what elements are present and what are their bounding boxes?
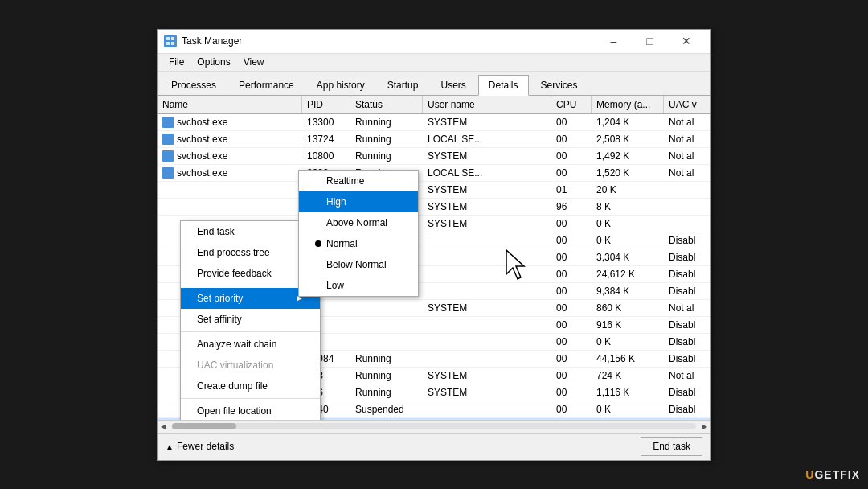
cell-uac: Not al (664, 368, 708, 384)
scroll-left-icon[interactable]: ◀ (158, 421, 169, 432)
tab-processes[interactable]: Processes (161, 75, 227, 95)
tab-app-history[interactable]: App history (306, 75, 375, 95)
menu-file[interactable]: File (162, 55, 190, 69)
tab-services[interactable]: Services (530, 75, 588, 95)
tab-performance[interactable]: Performance (228, 75, 305, 95)
watermark-u: U (805, 468, 814, 481)
task-manager-window: Task Manager – □ ✕ File Options View Pro… (157, 29, 711, 461)
cell-user: NETWORK... (423, 418, 551, 420)
sub-realtime[interactable]: Realtime (299, 171, 418, 191)
cell-cpu: 00 (551, 317, 592, 333)
priority-submenu: Realtime High Above Normal Normal Below … (298, 170, 419, 297)
window-controls: – □ ✕ (596, 29, 704, 53)
menu-options[interactable]: Options (190, 55, 236, 69)
minimize-button[interactable]: – (596, 29, 632, 53)
col-memory[interactable]: Memory (a... (592, 96, 664, 113)
cell-status: Running (350, 114, 423, 130)
cell-uac: Disabl (664, 401, 708, 417)
tab-users[interactable]: Users (430, 75, 476, 95)
cell-uac: Disabl (664, 232, 708, 249)
cell-name: svchost.exe (158, 131, 302, 147)
cell-uac: Disabl (664, 283, 708, 299)
cell-user: SYSTEM (423, 182, 551, 198)
sub-above-normal[interactable]: Above Normal (299, 212, 418, 233)
tab-bar: Processes Performance App history Startu… (158, 72, 710, 96)
col-pid[interactable]: PID (302, 96, 350, 113)
col-uac[interactable]: UAC v (664, 96, 708, 113)
cell-uac: Disabl (664, 351, 708, 367)
cell-uac: Disabl (664, 384, 708, 401)
cell-uac: Disabl (664, 334, 708, 350)
table-row[interactable]: Running SYSTEM 96 8 K (158, 199, 710, 216)
bottom-bar: ▲ Fewer details End task (158, 433, 710, 460)
cell-status: Running (350, 418, 423, 420)
table-row[interactable]: svchost.exe 10800 Running SYSTEM 00 1,49… (158, 148, 710, 165)
cell-cpu: 00 (551, 401, 592, 417)
cell-uac: Not al (664, 114, 708, 130)
scroll-thumb[interactable] (172, 423, 236, 429)
sub-high[interactable]: High (299, 191, 418, 212)
ctx-analyze-wait[interactable]: Analyze wait chain (181, 334, 320, 355)
sub-below-normal[interactable]: Below Normal (299, 254, 418, 275)
cell-status: Running (350, 351, 423, 367)
cell-user: SYSTEM (423, 199, 551, 215)
table-row[interactable]: Running SYSTEM 01 20 K (158, 182, 710, 199)
sub-normal[interactable]: Normal (299, 233, 418, 254)
cell-cpu: 00 (551, 148, 592, 164)
cell-cpu: 00 (551, 114, 592, 130)
col-cpu[interactable]: CPU (551, 96, 592, 113)
maximize-button[interactable]: □ (632, 29, 668, 53)
cell-cpu: 00 (551, 283, 592, 299)
table-row[interactable]: svchost.exe 9232 Running LOCAL SE... 00 … (158, 165, 710, 182)
table-row[interactable]: svchost.exe 13724 Running LOCAL SE... 00… (158, 131, 710, 148)
horizontal-scrollbar[interactable]: ◀ ▶ (158, 420, 710, 433)
cell-memory: 8 K (592, 199, 664, 215)
watermark-getfix: GETFIX (814, 468, 860, 481)
cell-memory: 1,204 K (592, 114, 664, 130)
sub-low[interactable]: Low (299, 275, 418, 296)
table-row[interactable]: svchost.exe 13300 Running SYSTEM 00 1,20… (158, 114, 710, 131)
tab-startup[interactable]: Startup (377, 75, 429, 95)
table-header: Name PID Status User name CPU Memory (a.… (158, 96, 710, 114)
ctx-uac-virtualization: UAC virtualization (181, 355, 320, 376)
cell-status: Running (350, 148, 423, 164)
end-task-button[interactable]: End task (641, 437, 702, 456)
svg-rect-3 (171, 42, 174, 45)
cell-memory: 0 K (592, 232, 664, 249)
col-status[interactable]: Status (350, 96, 423, 113)
fewer-details-button[interactable]: ▲ Fewer details (166, 441, 234, 452)
cell-name (158, 199, 302, 215)
cell-name: svchost.exe (158, 148, 302, 164)
scroll-right-icon[interactable]: ▶ (699, 421, 710, 432)
scroll-track[interactable] (172, 423, 696, 429)
ctx-open-file-location[interactable]: Open file location (181, 401, 320, 420)
cell-pid: 13724 (302, 131, 350, 147)
cell-cpu: 96 (551, 199, 592, 215)
cell-memory: 6,284 K (592, 418, 664, 420)
cell-memory: 9,384 K (592, 283, 664, 299)
cell-user: SYSTEM (423, 300, 551, 316)
col-name[interactable]: Name (158, 96, 302, 113)
app-icon (164, 35, 177, 47)
cell-cpu: 01 (551, 182, 592, 198)
cell-memory: 24,612 K (592, 266, 664, 282)
ctx-create-dump[interactable]: Create dump file (181, 376, 320, 397)
close-button[interactable]: ✕ (668, 29, 704, 53)
ctx-set-affinity[interactable]: Set affinity (181, 309, 320, 330)
cell-cpu: 00 (551, 249, 592, 265)
cell-memory: 20 K (592, 182, 664, 198)
watermark: UGETFIX (805, 468, 860, 481)
col-user[interactable]: User name (423, 96, 551, 113)
cell-memory: 1,116 K (592, 384, 664, 401)
file-icon (162, 117, 174, 128)
chevron-up-icon: ▲ (166, 442, 174, 451)
tab-details[interactable]: Details (478, 75, 529, 96)
cell-memory: 0 K (592, 334, 664, 350)
cell-user: LOCAL SE... (423, 165, 551, 181)
cell-memory: 860 K (592, 300, 664, 316)
cell-uac: Disabl (664, 317, 708, 333)
cell-uac: Not al (664, 131, 708, 147)
menu-view[interactable]: View (237, 55, 271, 69)
cell-user: SYSTEM (423, 384, 551, 401)
file-icon (162, 134, 174, 145)
